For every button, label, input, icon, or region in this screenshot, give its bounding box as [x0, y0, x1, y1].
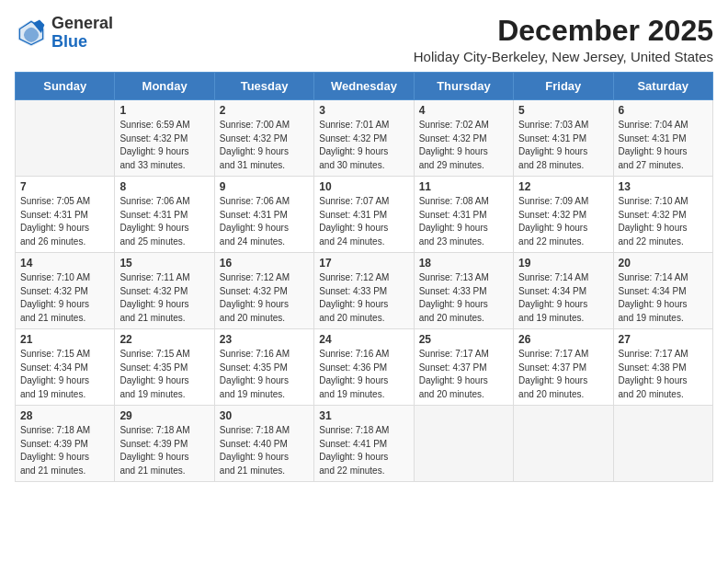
day-info: Sunrise: 7:07 AM Sunset: 4:31 PM Dayligh…	[319, 195, 408, 248]
day-number: 6	[619, 104, 708, 117]
calendar-cell: 18Sunrise: 7:13 AM Sunset: 4:33 PM Dayli…	[414, 253, 513, 329]
calendar-week-3: 14Sunrise: 7:10 AM Sunset: 4:32 PM Dayli…	[16, 253, 713, 329]
day-number: 20	[619, 257, 708, 270]
day-number: 2	[220, 104, 309, 117]
day-number: 29	[119, 409, 209, 422]
day-number: 17	[319, 257, 408, 270]
day-info: Sunrise: 7:18 AM Sunset: 4:39 PM Dayligh…	[119, 424, 209, 477]
logo-icon	[15, 17, 48, 50]
calendar-cell: 22Sunrise: 7:15 AM Sunset: 4:35 PM Dayli…	[115, 329, 214, 406]
day-info: Sunrise: 7:13 AM Sunset: 4:33 PM Dayligh…	[419, 271, 508, 325]
calendar-header: SundayMondayTuesdayWednesdayThursdayFrid…	[16, 73, 713, 100]
day-info: Sunrise: 7:08 AM Sunset: 4:31 PM Dayligh…	[419, 195, 508, 248]
day-number: 16	[220, 257, 309, 270]
calendar-cell: 26Sunrise: 7:17 AM Sunset: 4:37 PM Dayli…	[514, 329, 613, 406]
day-number: 30	[220, 409, 309, 422]
calendar-cell	[613, 406, 712, 482]
day-info: Sunrise: 7:06 AM Sunset: 4:31 PM Dayligh…	[119, 195, 209, 248]
day-info: Sunrise: 6:59 AM Sunset: 4:32 PM Dayligh…	[119, 119, 209, 172]
day-number: 8	[119, 180, 209, 193]
logo: General Blue	[15, 15, 113, 52]
day-number: 1	[119, 104, 209, 117]
calendar-cell: 8Sunrise: 7:06 AM Sunset: 4:31 PM Daylig…	[115, 177, 214, 253]
day-info: Sunrise: 7:09 AM Sunset: 4:32 PM Dayligh…	[518, 195, 608, 248]
day-info: Sunrise: 7:15 AM Sunset: 4:34 PM Dayligh…	[20, 348, 109, 401]
calendar-cell: 30Sunrise: 7:18 AM Sunset: 4:40 PM Dayli…	[214, 406, 313, 482]
day-number: 23	[220, 333, 309, 346]
calendar-cell	[16, 100, 115, 177]
calendar-cell: 25Sunrise: 7:17 AM Sunset: 4:37 PM Dayli…	[414, 329, 513, 406]
calendar-cell: 29Sunrise: 7:18 AM Sunset: 4:39 PM Dayli…	[115, 406, 214, 482]
day-number: 7	[20, 180, 109, 193]
day-info: Sunrise: 7:18 AM Sunset: 4:40 PM Dayligh…	[220, 424, 309, 477]
calendar-cell	[414, 406, 513, 482]
day-info: Sunrise: 7:18 AM Sunset: 4:39 PM Dayligh…	[20, 424, 109, 477]
day-number: 24	[319, 333, 408, 346]
day-info: Sunrise: 7:14 AM Sunset: 4:34 PM Dayligh…	[619, 271, 708, 325]
calendar-cell: 3Sunrise: 7:01 AM Sunset: 4:32 PM Daylig…	[314, 100, 414, 177]
calendar-cell: 14Sunrise: 7:10 AM Sunset: 4:32 PM Dayli…	[16, 253, 115, 329]
day-number: 19	[518, 257, 608, 270]
day-info: Sunrise: 7:03 AM Sunset: 4:31 PM Dayligh…	[518, 119, 608, 172]
calendar-cell: 4Sunrise: 7:02 AM Sunset: 4:32 PM Daylig…	[414, 100, 513, 177]
logo-blue-text: Blue	[51, 32, 87, 51]
calendar-cell: 10Sunrise: 7:07 AM Sunset: 4:31 PM Dayli…	[314, 177, 414, 253]
calendar-cell: 24Sunrise: 7:16 AM Sunset: 4:36 PM Dayli…	[314, 329, 414, 406]
day-number: 21	[20, 333, 109, 346]
day-info: Sunrise: 7:01 AM Sunset: 4:32 PM Dayligh…	[319, 119, 408, 172]
day-number: 26	[518, 333, 608, 346]
day-number: 10	[319, 180, 408, 193]
weekday-header-wednesday: Wednesday	[314, 73, 414, 100]
calendar-cell: 6Sunrise: 7:04 AM Sunset: 4:31 PM Daylig…	[613, 100, 712, 177]
day-info: Sunrise: 7:18 AM Sunset: 4:41 PM Dayligh…	[319, 424, 408, 477]
day-number: 28	[20, 409, 109, 422]
calendar-cell: 2Sunrise: 7:00 AM Sunset: 4:32 PM Daylig…	[214, 100, 313, 177]
calendar-cell: 15Sunrise: 7:11 AM Sunset: 4:32 PM Dayli…	[115, 253, 214, 329]
weekday-header-tuesday: Tuesday	[214, 73, 313, 100]
day-info: Sunrise: 7:10 AM Sunset: 4:32 PM Dayligh…	[619, 195, 708, 248]
calendar-week-1: 1Sunrise: 6:59 AM Sunset: 4:32 PM Daylig…	[16, 100, 713, 177]
calendar-cell: 28Sunrise: 7:18 AM Sunset: 4:39 PM Dayli…	[16, 406, 115, 482]
day-info: Sunrise: 7:02 AM Sunset: 4:32 PM Dayligh…	[419, 119, 508, 172]
day-info: Sunrise: 7:17 AM Sunset: 4:38 PM Dayligh…	[619, 348, 708, 401]
calendar-table: SundayMondayTuesdayWednesdayThursdayFrid…	[15, 72, 713, 482]
day-number: 18	[419, 257, 508, 270]
day-info: Sunrise: 7:11 AM Sunset: 4:32 PM Dayligh…	[119, 271, 209, 325]
weekday-header-monday: Monday	[115, 73, 214, 100]
calendar-week-5: 28Sunrise: 7:18 AM Sunset: 4:39 PM Dayli…	[16, 406, 713, 482]
day-number: 9	[220, 180, 309, 193]
day-number: 13	[619, 180, 708, 193]
day-number: 15	[119, 257, 209, 270]
weekday-header-sunday: Sunday	[16, 73, 115, 100]
page-header: General Blue December 2025 Holiday City-…	[15, 15, 713, 64]
logo-general-text: General	[51, 14, 113, 32]
day-info: Sunrise: 7:16 AM Sunset: 4:36 PM Dayligh…	[319, 348, 408, 401]
calendar-week-4: 21Sunrise: 7:15 AM Sunset: 4:34 PM Dayli…	[16, 329, 713, 406]
calendar-cell: 13Sunrise: 7:10 AM Sunset: 4:32 PM Dayli…	[613, 177, 712, 253]
weekday-header-friday: Friday	[514, 73, 613, 100]
calendar-week-2: 7Sunrise: 7:05 AM Sunset: 4:31 PM Daylig…	[16, 177, 713, 253]
day-info: Sunrise: 7:15 AM Sunset: 4:35 PM Dayligh…	[119, 348, 209, 401]
day-number: 22	[119, 333, 209, 346]
day-number: 12	[518, 180, 608, 193]
calendar-cell: 27Sunrise: 7:17 AM Sunset: 4:38 PM Dayli…	[613, 329, 712, 406]
day-info: Sunrise: 7:05 AM Sunset: 4:31 PM Dayligh…	[20, 195, 109, 248]
weekday-header-row: SundayMondayTuesdayWednesdayThursdayFrid…	[16, 73, 713, 100]
calendar-cell: 23Sunrise: 7:16 AM Sunset: 4:35 PM Dayli…	[214, 329, 313, 406]
calendar-cell: 9Sunrise: 7:06 AM Sunset: 4:31 PM Daylig…	[214, 177, 313, 253]
calendar-cell: 31Sunrise: 7:18 AM Sunset: 4:41 PM Dayli…	[314, 406, 414, 482]
day-info: Sunrise: 7:06 AM Sunset: 4:31 PM Dayligh…	[220, 195, 309, 248]
day-number: 5	[518, 104, 608, 117]
calendar-cell: 20Sunrise: 7:14 AM Sunset: 4:34 PM Dayli…	[613, 253, 712, 329]
calendar-cell: 1Sunrise: 6:59 AM Sunset: 4:32 PM Daylig…	[115, 100, 214, 177]
day-number: 11	[419, 180, 508, 193]
day-number: 27	[619, 333, 708, 346]
day-number: 14	[20, 257, 109, 270]
calendar-cell: 16Sunrise: 7:12 AM Sunset: 4:32 PM Dayli…	[214, 253, 313, 329]
calendar-body: 1Sunrise: 6:59 AM Sunset: 4:32 PM Daylig…	[16, 100, 713, 482]
day-info: Sunrise: 7:14 AM Sunset: 4:34 PM Dayligh…	[518, 271, 608, 325]
day-info: Sunrise: 7:12 AM Sunset: 4:33 PM Dayligh…	[319, 271, 408, 325]
calendar-cell: 19Sunrise: 7:14 AM Sunset: 4:34 PM Dayli…	[514, 253, 613, 329]
day-info: Sunrise: 7:17 AM Sunset: 4:37 PM Dayligh…	[419, 348, 508, 401]
calendar-cell: 5Sunrise: 7:03 AM Sunset: 4:31 PM Daylig…	[514, 100, 613, 177]
